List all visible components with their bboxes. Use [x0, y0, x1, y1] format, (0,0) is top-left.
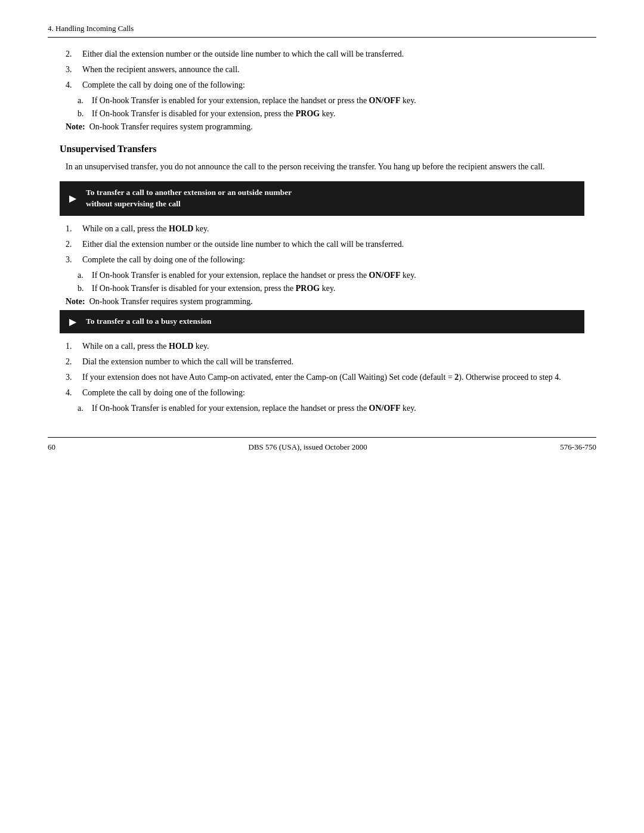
- page: 4. Handling Incoming Calls 2. Either dia…: [0, 0, 644, 833]
- item-number: 3.: [66, 373, 82, 382]
- item-text: Complete the call by doing one of the fo…: [82, 80, 584, 90]
- item-text: Either dial the extension number or the …: [82, 49, 584, 59]
- sub-item-text: If On-hook Transfer is enabled for your …: [92, 96, 584, 106]
- item-number: 1.: [66, 224, 82, 234]
- note-text: Note: On-hook Transfer requires system p…: [60, 297, 584, 306]
- sub-item-label: b.: [78, 109, 92, 119]
- note-text: Note: On-hook Transfer requires system p…: [60, 122, 584, 132]
- sub-item-label: b.: [78, 284, 92, 293]
- item-number: 2.: [66, 357, 82, 367]
- arrow-icon: ▶: [69, 193, 80, 204]
- procedure-banner-2: ▶ To transfer a call to a busy extension: [60, 310, 584, 333]
- list-item: 1. While on a call, press the HOLD key.: [60, 224, 584, 234]
- sub-list-item: b. If On-hook Transfer is disabled for y…: [60, 284, 584, 293]
- item-number: 2.: [66, 240, 82, 249]
- page-header: 4. Handling Incoming Calls: [48, 24, 596, 38]
- item-text: Dial the extension number to which the c…: [82, 357, 584, 367]
- sub-item-label: a.: [78, 271, 92, 280]
- item-text: While on a call, press the HOLD key.: [82, 342, 584, 351]
- main-content: 2. Either dial the extension number or t…: [48, 49, 596, 413]
- sub-list-item: a. If On-hook Transfer is enabled for yo…: [60, 96, 584, 106]
- list-item: 3. If your extension does not have Auto …: [60, 373, 584, 382]
- list-item: 3. Complete the call by doing one of the…: [60, 255, 584, 265]
- sub-item-label: a.: [78, 404, 92, 413]
- list-item: 2. Either dial the extension number or t…: [60, 49, 584, 59]
- item-number: 4.: [66, 388, 82, 398]
- arrow-icon: ▶: [69, 316, 80, 327]
- procedure-banner-1: ▶ To transfer a call to another extensio…: [60, 181, 584, 216]
- item-number: 2.: [66, 49, 82, 59]
- item-number: 4.: [66, 80, 82, 90]
- item-text: While on a call, press the HOLD key.: [82, 224, 584, 234]
- chapter-title: 4. Handling Incoming Calls: [48, 24, 134, 33]
- item-number: 3.: [66, 255, 82, 265]
- item-text: Either dial the extension number or the …: [82, 240, 584, 249]
- sub-item-text: If On-hook Transfer is enabled for your …: [92, 271, 584, 280]
- sub-item-label: a.: [78, 96, 92, 106]
- list-item: 2. Dial the extension number to which th…: [60, 357, 584, 367]
- list-item: 4. Complete the call by doing one of the…: [60, 80, 584, 90]
- sub-item-text: If On-hook Transfer is enabled for your …: [92, 404, 584, 413]
- item-number: 3.: [66, 65, 82, 75]
- banner-text: To transfer a call to a busy extension: [86, 316, 211, 327]
- sub-list-item: b. If On-hook Transfer is disabled for y…: [60, 109, 584, 119]
- item-text: If your extension does not have Auto Cam…: [82, 373, 584, 382]
- section-title: Unsupervised Transfers: [60, 144, 584, 154]
- list-item: 4. Complete the call by doing one of the…: [60, 388, 584, 398]
- item-number: 1.: [66, 342, 82, 351]
- sub-list-item: a. If On-hook Transfer is enabled for yo…: [60, 271, 584, 280]
- sub-item-text: If On-hook Transfer is disabled for your…: [92, 109, 584, 119]
- intro-paragraph: In an unsupervised transfer, you do not …: [60, 160, 584, 173]
- list-item: 3. When the recipient answers, announce …: [60, 65, 584, 75]
- banner-text: To transfer a call to another extension …: [86, 187, 292, 210]
- list-item: 1. While on a call, press the HOLD key.: [60, 342, 584, 351]
- sub-item-text: If On-hook Transfer is disabled for your…: [92, 284, 584, 293]
- footer-center: DBS 576 (USA), issued October 2000: [249, 442, 367, 452]
- footer-right: 576-36-750: [560, 442, 596, 452]
- page-number: 60: [48, 442, 55, 452]
- sub-list-item: a. If On-hook Transfer is enabled for yo…: [60, 404, 584, 413]
- item-text: Complete the call by doing one of the fo…: [82, 388, 584, 398]
- item-text: Complete the call by doing one of the fo…: [82, 255, 584, 265]
- page-footer: 60 DBS 576 (USA), issued October 2000 57…: [48, 437, 596, 452]
- item-text: When the recipient answers, announce the…: [82, 65, 584, 75]
- list-item: 2. Either dial the extension number or t…: [60, 240, 584, 249]
